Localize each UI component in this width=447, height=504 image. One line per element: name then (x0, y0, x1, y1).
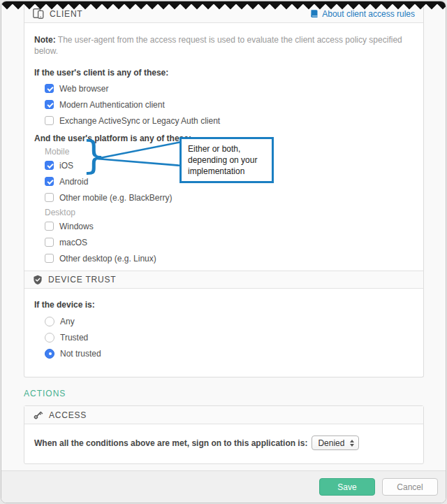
checkbox-windows[interactable] (45, 222, 54, 231)
radio-any[interactable] (45, 317, 54, 326)
checkbox-label: Android (59, 177, 88, 187)
desktop-group-label: Desktop (34, 207, 413, 218)
access-body: When all the conditions above are met, s… (24, 424, 423, 463)
radio-row-not-trusted[interactable]: Not trusted (34, 345, 413, 361)
client-note: Note: The user-agent from the access req… (34, 34, 413, 57)
save-button[interactable]: Save (319, 478, 375, 496)
device-question: If the device is: (34, 300, 413, 310)
note-text: The user-agent from the access request i… (34, 35, 402, 56)
checkbox-row-other-mobile[interactable]: Other mobile (e.g. BlackBerry) (34, 189, 413, 206)
checkbox-row-other-desktop[interactable]: Other desktop (e.g. Linux) (34, 250, 413, 266)
checkbox-label: Other desktop (e.g. Linux) (59, 254, 156, 264)
checkbox-row-modern-auth[interactable]: Modern Authentication client (34, 96, 413, 113)
policy-rule-dialog: CLIENT About client access rules Note: T… (1, 1, 446, 503)
checkbox-label: iOS (59, 161, 73, 171)
access-result-select[interactable]: Denied (312, 435, 359, 450)
checkbox-other-mobile[interactable] (45, 193, 54, 202)
client-question: If the user's client is any of these: (34, 68, 413, 78)
dialog-footer: Save Cancel (1, 470, 446, 503)
access-section-header: ACCESS (24, 406, 423, 424)
book-icon (310, 9, 318, 18)
about-link-label: About client access rules (322, 9, 415, 19)
access-result-value: Denied (318, 438, 344, 448)
radio-not-trusted[interactable] (45, 349, 54, 359)
annotation-callout: Either or both, depending on your implem… (179, 137, 274, 183)
radio-label: Not trusted (60, 349, 101, 359)
annotation-text: Either or both, depending on your implem… (188, 144, 257, 176)
note-label: Note: (34, 35, 56, 45)
device-trust-section-header: DEVICE TRUST (24, 271, 423, 289)
checkbox-label: Windows (59, 222, 94, 231)
key-icon (33, 410, 43, 420)
device-trust-title: DEVICE TRUST (48, 275, 116, 285)
checkbox-ios[interactable] (45, 161, 54, 170)
checkbox-label: Exchange ActiveSync or Legacy Auth clien… (59, 116, 220, 126)
device-trust-body: If the device is: Any Trusted Not truste… (24, 289, 423, 377)
checkbox-row-web-browser[interactable]: Web browser (34, 80, 413, 96)
radio-label: Trusted (60, 333, 88, 343)
radio-row-any[interactable]: Any (34, 313, 413, 329)
checkbox-web-browser[interactable] (45, 84, 54, 93)
select-stepper-icon (350, 440, 354, 447)
radio-label: Any (60, 317, 75, 326)
checkbox-macos[interactable] (45, 238, 54, 247)
checkbox-modern-auth[interactable] (45, 100, 54, 109)
access-sentence: When all the conditions above are met, s… (34, 438, 307, 448)
client-devices-icon (33, 8, 44, 19)
checkbox-row-macos[interactable]: macOS (34, 234, 413, 250)
access-panel: ACCESS When all the conditions above are… (24, 405, 424, 464)
about-client-access-rules-link[interactable]: About client access rules (310, 9, 415, 19)
checkbox-row-exchange-legacy[interactable]: Exchange ActiveSync or Legacy Auth clien… (34, 113, 413, 129)
checkbox-label: macOS (59, 238, 87, 247)
checkbox-exchange-legacy[interactable] (45, 116, 54, 125)
client-section-header: CLIENT About client access rules (24, 5, 423, 23)
checkbox-label: Web browser (59, 84, 108, 94)
cancel-button[interactable]: Cancel (382, 478, 438, 496)
shield-check-icon (33, 275, 43, 285)
checkbox-row-windows[interactable]: Windows (34, 218, 413, 234)
checkbox-android[interactable] (45, 177, 54, 186)
access-section-title: ACCESS (49, 410, 87, 420)
client-section-title: CLIENT (50, 9, 82, 19)
radio-row-trusted[interactable]: Trusted (34, 329, 413, 345)
actions-heading: ACTIONS (24, 389, 446, 398)
checkbox-other-desktop[interactable] (45, 254, 54, 263)
checkbox-label: Modern Authentication client (59, 100, 165, 110)
checkbox-label: Other mobile (e.g. BlackBerry) (59, 193, 172, 203)
client-panel: CLIENT About client access rules Note: T… (24, 5, 424, 377)
radio-trusted[interactable] (45, 333, 54, 343)
